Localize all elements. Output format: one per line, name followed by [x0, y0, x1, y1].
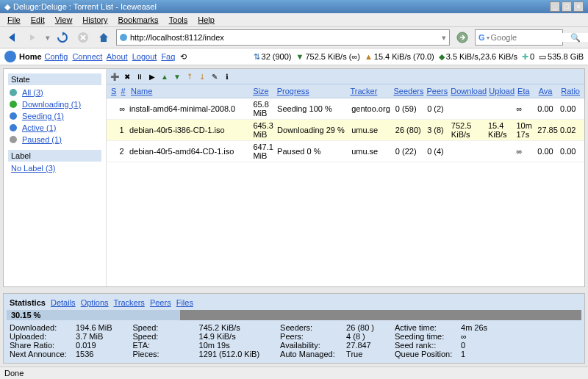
- table-row[interactable]: ∞ install-amd64-minimal-2008.0 65.8 MiB …: [107, 98, 584, 120]
- stat-ul: 15.4 KiB/s (70.0): [374, 52, 434, 61]
- row-peers: 3 (8): [427, 126, 451, 134]
- link-logout[interactable]: Logout: [132, 52, 157, 61]
- col-size[interactable]: Size: [251, 86, 275, 96]
- url-bar[interactable]: ▾: [116, 29, 450, 46]
- search-go-icon[interactable]: 🔍: [567, 29, 584, 46]
- tab-peers[interactable]: Peers: [150, 298, 171, 307]
- col-s[interactable]: S: [110, 86, 119, 96]
- stat-val: 1: [461, 350, 465, 358]
- menu-file[interactable]: File: [3, 15, 25, 25]
- queue-top-icon[interactable]: ⤒: [184, 71, 195, 82]
- col-ratio[interactable]: Ratio: [559, 86, 581, 96]
- link-connect[interactable]: Connect: [72, 52, 102, 61]
- table-row[interactable]: 1 debian-40r5-i386-CD-1.iso 645.3 MiB Do…: [107, 120, 584, 141]
- search-dropdown-icon[interactable]: ▾: [487, 35, 490, 41]
- stat-disk: 3.5 KiB/s,23.6 KiB/s: [446, 52, 517, 61]
- table-row[interactable]: 2 debian-40r5-amd64-CD-1.iso 647.1 MiB P…: [107, 141, 584, 162]
- stop-button[interactable]: [75, 29, 91, 46]
- stat-free: 535.8 GiB: [548, 52, 584, 61]
- minimize-button[interactable]: _: [550, 1, 560, 12]
- home-button[interactable]: [96, 29, 112, 46]
- tab-trackers[interactable]: Trackers: [113, 298, 144, 307]
- maximize-button[interactable]: □: [562, 1, 572, 12]
- link-config[interactable]: Config: [45, 52, 68, 61]
- close-button[interactable]: ×: [573, 1, 584, 12]
- col-tracker[interactable]: Tracker: [348, 86, 392, 96]
- sidebar: State All (3) Downloading (1) Seeding (1…: [4, 69, 107, 286]
- add-icon[interactable]: ➕: [110, 71, 120, 82]
- stat-key: Pieces:: [133, 350, 199, 358]
- queue-up-icon[interactable]: ▲: [159, 71, 170, 82]
- col-download[interactable]: Download: [449, 86, 487, 96]
- url-dropdown-icon[interactable]: ▾: [442, 33, 446, 43]
- info-icon[interactable]: ℹ: [222, 71, 232, 82]
- col-peers[interactable]: Peers: [425, 86, 449, 96]
- sidebar-state-all[interactable]: All (3): [19, 87, 46, 98]
- stat-val: 0: [461, 341, 465, 350]
- stat-key: Share Ratio:: [10, 341, 76, 350]
- sidebar-state-paused[interactable]: Paused (1): [19, 134, 65, 145]
- connections-icon: ⇅: [254, 52, 260, 62]
- queue-bottom-icon[interactable]: ⤓: [197, 71, 207, 82]
- sidebar-state-active[interactable]: Active (1): [19, 123, 59, 133]
- row-eta: 10m 17s: [516, 121, 537, 139]
- sidebar-state-downloading[interactable]: Downloading (1): [19, 99, 84, 109]
- col-upload[interactable]: Upload: [487, 86, 516, 96]
- row-name: install-amd64-minimal-2008.0: [129, 104, 253, 113]
- link-about[interactable]: About: [107, 52, 128, 61]
- table-header: S # Name Size Progress Tracker Seeders P…: [107, 84, 584, 98]
- menu-edit[interactable]: Edit: [26, 15, 49, 25]
- menu-bookmarks[interactable]: Bookmarks: [114, 15, 163, 25]
- col-seeders[interactable]: Seeders: [392, 86, 425, 96]
- forward-button[interactable]: [25, 29, 41, 46]
- tab-options[interactable]: Options: [81, 298, 109, 307]
- menu-help[interactable]: Help: [193, 15, 219, 25]
- tab-statistics[interactable]: Statistics: [10, 298, 46, 307]
- col-progress[interactable]: Progress: [276, 86, 349, 96]
- back-button[interactable]: [4, 29, 21, 46]
- status-text: Done: [4, 369, 24, 378]
- history-dropdown-icon[interactable]: ▾: [46, 33, 50, 43]
- menu-view[interactable]: View: [51, 15, 77, 25]
- menu-history[interactable]: History: [78, 15, 112, 25]
- remove-icon[interactable]: ✖: [122, 71, 132, 82]
- go-button[interactable]: [454, 29, 470, 46]
- tab-files[interactable]: Files: [176, 298, 193, 307]
- sidebar-label-header: Label: [8, 150, 101, 162]
- pause-icon[interactable]: ⏸: [135, 71, 145, 82]
- stat-key: Active time:: [395, 323, 461, 332]
- state-active-icon: [10, 124, 17, 131]
- download-icon: ▼: [296, 52, 304, 61]
- stat-val: 4 (8 ): [346, 332, 365, 341]
- menu-tools[interactable]: Tools: [165, 15, 193, 25]
- stat-val: 4m 26s: [461, 323, 487, 332]
- stat-key: Next Announce:: [10, 350, 76, 358]
- preferences-icon[interactable]: ✎: [209, 71, 220, 82]
- col-name[interactable]: Name: [129, 86, 251, 96]
- stat-key: Speed:: [133, 332, 199, 341]
- tab-details[interactable]: Details: [51, 298, 76, 307]
- search-box[interactable]: G▾: [475, 29, 563, 46]
- refresh-icon[interactable]: ⟲: [180, 52, 187, 62]
- col-num[interactable]: #: [119, 86, 129, 96]
- queue-down-icon[interactable]: ▼: [172, 71, 182, 82]
- home-label: Home: [19, 52, 42, 61]
- col-ava[interactable]: Ava: [537, 86, 560, 96]
- stat-key: ETA:: [133, 341, 199, 350]
- stat-val: 1291 (512.0 KiB): [199, 350, 260, 358]
- link-faq[interactable]: Faq: [161, 52, 175, 61]
- col-eta[interactable]: Eta: [516, 86, 537, 96]
- progress-pct: 30.15 %: [11, 311, 40, 320]
- url-input[interactable]: [130, 33, 439, 42]
- reload-button[interactable]: [54, 29, 71, 46]
- row-eta: ∞: [516, 147, 537, 156]
- deluge-header: Home Config Connect About Logout Faq ⟲ ⇅…: [0, 48, 588, 65]
- stat-dl: 752.5 KiB/s (∞): [305, 52, 359, 61]
- sidebar-state-seeding[interactable]: Seeding (1): [19, 111, 67, 121]
- main-content: State All (3) Downloading (1) Seeding (1…: [3, 68, 585, 287]
- row-ul: 15.4 KiB/s: [488, 121, 517, 139]
- stat-key: Seeding time:: [395, 332, 461, 341]
- resume-icon[interactable]: ▶: [147, 71, 157, 82]
- sidebar-label-none[interactable]: No Label (3): [8, 163, 101, 173]
- row-num: ∞: [119, 104, 129, 113]
